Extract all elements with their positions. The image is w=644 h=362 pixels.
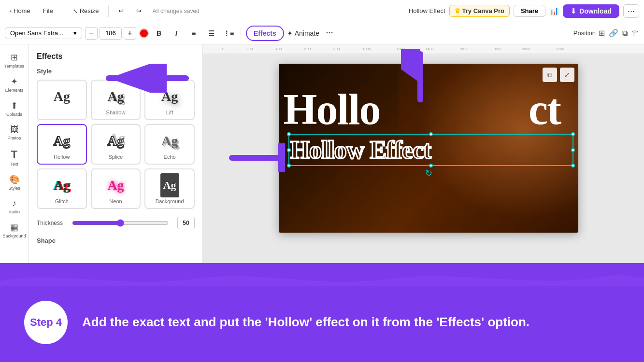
style-label-lift: Lift xyxy=(166,110,173,115)
bold-button[interactable]: B xyxy=(152,26,166,41)
decrease-size-button[interactable]: − xyxy=(85,27,98,40)
undo-icon: ↩ xyxy=(118,7,124,14)
handle-br[interactable] xyxy=(571,164,575,167)
handle-tl[interactable] xyxy=(287,132,291,136)
top-nav: ‹ Home File ⤡ Resize ↩ ↪ All changes sav… xyxy=(0,0,644,22)
redo-button[interactable]: ↪ xyxy=(131,5,146,16)
resize-button[interactable]: ⤡ Resize xyxy=(68,5,104,16)
style-preview-lift: Ag xyxy=(161,84,178,109)
style-card-normal[interactable]: Ag xyxy=(37,80,87,120)
effects-tab-button[interactable]: Effects xyxy=(246,26,284,41)
style-preview-neon: Ag xyxy=(107,173,124,197)
more-options-toolbar[interactable]: ··· xyxy=(322,26,337,41)
share-button[interactable]: Share xyxy=(514,5,545,17)
sidebar-item-photos[interactable]: 🖼 Photos xyxy=(2,122,27,143)
handle-tr[interactable] xyxy=(571,132,575,136)
style-card-shadow[interactable]: Ag Shadow xyxy=(91,80,141,120)
sidebar-item-background[interactable]: ▦ Background xyxy=(2,219,27,241)
thickness-label: Thickness xyxy=(37,220,63,226)
sidebar-item-uploads[interactable]: ⬆ Uploads xyxy=(2,97,27,120)
download-icon: ⬇ xyxy=(571,7,576,15)
photos-icon: 🖼 xyxy=(10,125,19,135)
style-card-lift[interactable]: Ag Lift xyxy=(144,80,195,120)
copy-canvas-button[interactable]: ⧉ xyxy=(543,68,557,82)
style-card-background[interactable]: Ag Background xyxy=(144,168,195,209)
resize-icon: ⤡ xyxy=(73,8,78,14)
audio-icon: ♪ xyxy=(12,198,16,209)
list-button[interactable]: ☰ xyxy=(204,26,218,41)
increase-size-button[interactable]: + xyxy=(124,27,136,40)
handle-bl[interactable] xyxy=(287,164,291,167)
style-preview-echo: Ag xyxy=(161,129,178,153)
effects-tab-label: Effects xyxy=(254,29,276,37)
try-pro-button[interactable]: ♛ Try Canva Pro xyxy=(449,5,510,17)
shape-section-title: Shape xyxy=(37,237,195,244)
style-card-hollow[interactable]: Ag Hollow xyxy=(37,124,87,165)
analytics-icon[interactable]: 📊 xyxy=(549,6,559,15)
step-description: Add the exact text and put the 'Hollow' … xyxy=(82,314,530,331)
style-grid: Ag Ag Shadow Ag Lift Ag Hollow Ag xyxy=(37,80,195,209)
canvas-text-hollow-bottom: Hollow Effect xyxy=(290,136,572,164)
style-card-glitch[interactable]: Ag Glitch xyxy=(37,168,87,209)
handle-rm[interactable] xyxy=(571,148,575,152)
style-label-neon: Neon xyxy=(109,198,122,204)
style-preview-background: Ag xyxy=(160,173,179,197)
style-preview-shadow: Ag xyxy=(107,84,124,109)
expand-canvas-button[interactable]: ⤢ xyxy=(560,68,574,82)
thickness-value-input[interactable] xyxy=(177,217,195,229)
more-options-button[interactable]: ··· xyxy=(623,4,639,18)
text-color-picker[interactable] xyxy=(139,28,149,38)
thickness-slider[interactable] xyxy=(72,219,169,227)
uploads-icon: ⬆ xyxy=(11,100,18,111)
sidebar-item-styles[interactable]: 🎨 Styles xyxy=(2,171,27,194)
step-label: Step 4 xyxy=(30,316,62,329)
home-button[interactable]: ‹ Home xyxy=(5,5,35,16)
file-button[interactable]: File xyxy=(38,5,58,16)
ruler-top: 0 200 400 600 800 1000 1200 1400 1600 18… xyxy=(203,44,644,54)
style-preview-hollow: Ag xyxy=(54,129,70,153)
nav-divider-2 xyxy=(108,5,109,17)
sidebar-item-text[interactable]: T Text xyxy=(2,145,27,169)
download-button[interactable]: ⬇ Download xyxy=(563,4,619,18)
bottom-content: Step 4 Add the exact text and put the 'H… xyxy=(0,282,644,362)
list-options-button[interactable]: ⋮≡ xyxy=(221,26,236,41)
position-label: Position xyxy=(573,29,596,37)
thickness-row: Thickness xyxy=(37,217,195,229)
link-icon[interactable]: 🔗 xyxy=(609,28,618,38)
style-card-echo[interactable]: Ag Echo xyxy=(144,124,195,165)
templates-icon: ⊞ xyxy=(11,52,18,63)
italic-button[interactable]: I xyxy=(169,26,184,41)
animate-icon: ✦ xyxy=(287,29,293,37)
style-label-hollow: Hollow xyxy=(54,154,70,160)
sidebar-item-elements[interactable]: ✦ Elements xyxy=(2,73,27,96)
sidebar-item-audio[interactable]: ♪ Audio xyxy=(2,195,27,217)
effects-panel-title: Effects xyxy=(37,52,195,61)
step-circle: Step 4 xyxy=(24,301,68,344)
sidebar-item-templates[interactable]: ⊞ Templates xyxy=(2,49,27,71)
font-selector[interactable]: Open Sans Extra ... ▾ xyxy=(5,27,82,39)
handle-bm[interactable] xyxy=(429,164,433,167)
canvas-text-hollow-top: Hollo ct xyxy=(284,88,573,131)
undo-button[interactable]: ↩ xyxy=(114,5,129,16)
delete-icon[interactable]: 🗑 xyxy=(631,29,639,38)
font-size-input[interactable] xyxy=(100,27,122,40)
canvas-page: Hollo ct Hollow Effect ↻ xyxy=(279,64,578,233)
crown-icon: ♛ xyxy=(455,7,460,14)
rotate-handle[interactable]: ↻ xyxy=(425,168,432,179)
chevron-down-icon: ▾ xyxy=(73,29,77,37)
handle-tm[interactable] xyxy=(429,132,433,136)
elements-icon: ✦ xyxy=(11,76,18,87)
style-card-neon[interactable]: Ag Neon xyxy=(91,168,141,209)
animate-button[interactable]: ✦ Animate xyxy=(287,29,319,37)
handle-lm[interactable] xyxy=(287,148,291,152)
toolbar-icons-right: ⊞ 🔗 ⧉ 🗑 xyxy=(599,28,639,38)
autosave-status: All changes saved xyxy=(152,8,199,14)
align-left-button[interactable]: ≡ xyxy=(186,26,201,41)
font-size-control: − + xyxy=(85,27,136,40)
style-card-splice[interactable]: Ag Ag Splice xyxy=(91,124,141,165)
position-button[interactable]: Position xyxy=(573,29,596,37)
grid-view-icon[interactable]: ⊞ xyxy=(599,28,605,38)
file-label: File xyxy=(43,7,53,14)
copy-icon[interactable]: ⧉ xyxy=(622,29,628,38)
style-label-echo: Echo xyxy=(164,154,176,160)
